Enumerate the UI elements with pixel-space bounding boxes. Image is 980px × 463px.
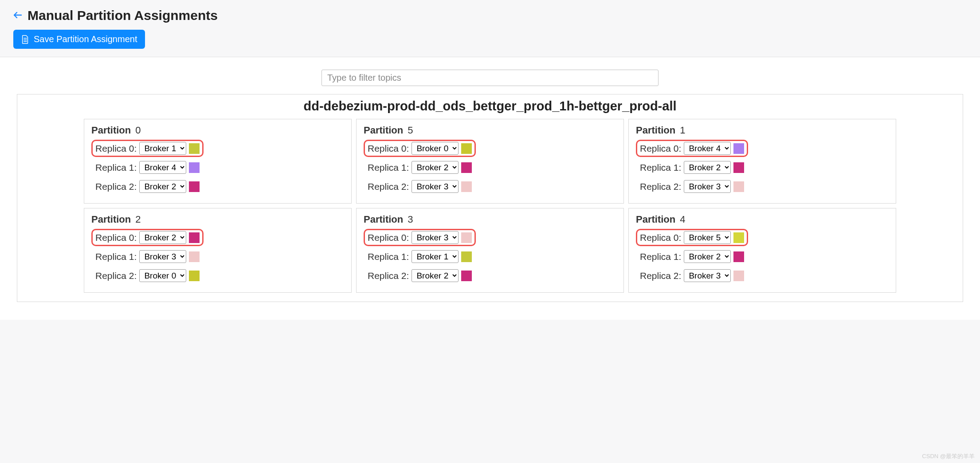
- broker-select[interactable]: Broker 0Broker 1Broker 2Broker 3Broker 4…: [412, 250, 459, 263]
- partition-heading: Partition 0: [91, 125, 344, 136]
- broker-select[interactable]: Broker 0Broker 1Broker 2Broker 3Broker 4…: [412, 269, 459, 282]
- broker-select[interactable]: Broker 0Broker 1Broker 2Broker 3Broker 4…: [412, 142, 459, 155]
- partition-number: 1: [677, 125, 685, 136]
- partition-label: Partition: [636, 125, 675, 136]
- broker-color-swatch: [461, 181, 472, 192]
- partition-heading: Partition 2: [91, 214, 344, 225]
- partition-number: 0: [133, 125, 141, 136]
- save-button-label: Save Partition Assignment: [34, 34, 137, 44]
- topic-panel: dd-debezium-prod-dd_ods_bettger_prod_1h-…: [17, 94, 963, 302]
- replica-row: Replica 0:Broker 0Broker 1Broker 2Broker…: [91, 140, 204, 157]
- replica-row: Replica 1:Broker 0Broker 1Broker 2Broker…: [364, 159, 476, 176]
- partition-card: Partition 2Replica 0:Broker 0Broker 1Bro…: [84, 208, 352, 293]
- broker-color-swatch: [461, 232, 472, 243]
- replica-label: Replica 2:: [368, 181, 409, 192]
- broker-color-swatch: [189, 162, 200, 173]
- broker-color-swatch: [733, 251, 744, 262]
- broker-select[interactable]: Broker 0Broker 1Broker 2Broker 3Broker 4…: [139, 142, 186, 155]
- replica-label: Replica 0:: [95, 232, 137, 243]
- broker-color-swatch: [461, 271, 472, 281]
- replica-row: Replica 1:Broker 0Broker 1Broker 2Broker…: [636, 159, 748, 176]
- partition-label: Partition: [91, 125, 131, 136]
- replica-label: Replica 2:: [640, 271, 681, 281]
- filter-row: [17, 70, 963, 86]
- broker-select[interactable]: Broker 0Broker 1Broker 2Broker 3Broker 4…: [412, 231, 459, 244]
- broker-select[interactable]: Broker 0Broker 1Broker 2Broker 3Broker 4…: [412, 180, 459, 193]
- replica-label: Replica 2:: [368, 271, 409, 281]
- replica-row: Replica 0:Broker 0Broker 1Broker 2Broker…: [91, 229, 204, 246]
- broker-color-swatch: [733, 143, 744, 154]
- broker-select[interactable]: Broker 0Broker 1Broker 2Broker 3Broker 4…: [684, 161, 731, 174]
- broker-color-swatch: [733, 232, 744, 243]
- broker-select[interactable]: Broker 0Broker 1Broker 2Broker 3Broker 4…: [139, 161, 186, 174]
- partition-label: Partition: [364, 125, 403, 136]
- replica-label: Replica 1:: [368, 251, 409, 262]
- page-wrapper: Manual Partition Assignments Save Partit…: [0, 0, 980, 320]
- partition-card: Partition 0Replica 0:Broker 0Broker 1Bro…: [84, 119, 352, 204]
- partitions-grid: Partition 0Replica 0:Broker 0Broker 1Bro…: [84, 119, 896, 293]
- broker-color-swatch: [189, 181, 200, 192]
- replica-label: Replica 0:: [640, 232, 681, 243]
- replica-row: Replica 1:Broker 0Broker 1Broker 2Broker…: [364, 248, 476, 265]
- replica-label: Replica 0:: [95, 143, 137, 154]
- broker-select[interactable]: Broker 0Broker 1Broker 2Broker 3Broker 4…: [684, 142, 731, 155]
- broker-color-swatch: [733, 271, 744, 281]
- replica-row: Replica 1:Broker 0Broker 1Broker 2Broker…: [91, 159, 204, 176]
- broker-select[interactable]: Broker 0Broker 1Broker 2Broker 3Broker 4…: [684, 269, 731, 282]
- broker-select[interactable]: Broker 0Broker 1Broker 2Broker 3Broker 4…: [139, 250, 186, 263]
- topic-name: dd-debezium-prod-dd_ods_bettger_prod_1h-…: [84, 99, 896, 114]
- replica-label: Replica 2:: [95, 181, 137, 192]
- replica-label: Replica 1:: [640, 251, 681, 262]
- replica-row: Replica 0:Broker 0Broker 1Broker 2Broker…: [364, 140, 476, 157]
- replica-row: Replica 2:Broker 0Broker 1Broker 2Broker…: [91, 267, 204, 284]
- partition-heading: Partition 5: [364, 125, 616, 136]
- header-area: Manual Partition Assignments Save Partit…: [0, 0, 980, 57]
- broker-color-swatch: [733, 181, 744, 192]
- partition-number: 2: [133, 214, 141, 225]
- broker-select[interactable]: Broker 0Broker 1Broker 2Broker 3Broker 4…: [684, 180, 731, 193]
- replica-label: Replica 2:: [640, 181, 681, 192]
- replica-row: Replica 0:Broker 0Broker 1Broker 2Broker…: [636, 229, 748, 246]
- partition-heading: Partition 1: [636, 125, 889, 136]
- broker-select[interactable]: Broker 0Broker 1Broker 2Broker 3Broker 4…: [139, 231, 186, 244]
- partition-card: Partition 5Replica 0:Broker 0Broker 1Bro…: [356, 119, 624, 204]
- broker-color-swatch: [461, 251, 472, 262]
- save-partition-assignment-button[interactable]: Save Partition Assignment: [13, 30, 145, 49]
- replica-label: Replica 0:: [368, 232, 409, 243]
- title-row: Manual Partition Assignments: [13, 8, 967, 23]
- replica-row: Replica 0:Broker 0Broker 1Broker 2Broker…: [636, 140, 748, 157]
- replica-row: Replica 1:Broker 0Broker 1Broker 2Broker…: [91, 248, 204, 265]
- replica-row: Replica 2:Broker 0Broker 1Broker 2Broker…: [364, 178, 476, 195]
- replica-row: Replica 2:Broker 0Broker 1Broker 2Broker…: [636, 178, 748, 195]
- partition-label: Partition: [91, 214, 131, 225]
- broker-color-swatch: [189, 232, 200, 243]
- broker-color-swatch: [461, 143, 472, 154]
- page-title: Manual Partition Assignments: [27, 8, 218, 23]
- replica-row: Replica 2:Broker 0Broker 1Broker 2Broker…: [91, 178, 204, 195]
- filter-topics-input[interactable]: [321, 70, 659, 86]
- replica-row: Replica 1:Broker 0Broker 1Broker 2Broker…: [636, 248, 748, 265]
- partition-card: Partition 1Replica 0:Broker 0Broker 1Bro…: [628, 119, 896, 204]
- partition-label: Partition: [364, 214, 403, 225]
- broker-color-swatch: [189, 271, 200, 281]
- partition-card: Partition 3Replica 0:Broker 0Broker 1Bro…: [356, 208, 624, 293]
- back-arrow-icon[interactable]: [13, 10, 22, 21]
- broker-color-swatch: [189, 143, 200, 154]
- replica-label: Replica 1:: [95, 251, 137, 262]
- partition-number: 3: [405, 214, 413, 225]
- broker-select[interactable]: Broker 0Broker 1Broker 2Broker 3Broker 4…: [412, 161, 459, 174]
- broker-select[interactable]: Broker 0Broker 1Broker 2Broker 3Broker 4…: [684, 231, 731, 244]
- replica-label: Replica 1:: [640, 162, 681, 173]
- broker-select[interactable]: Broker 0Broker 1Broker 2Broker 3Broker 4…: [139, 180, 186, 193]
- broker-select[interactable]: Broker 0Broker 1Broker 2Broker 3Broker 4…: [139, 269, 186, 282]
- broker-select[interactable]: Broker 0Broker 1Broker 2Broker 3Broker 4…: [684, 250, 731, 263]
- broker-color-swatch: [461, 162, 472, 173]
- content-area: dd-debezium-prod-dd_ods_bettger_prod_1h-…: [0, 57, 980, 320]
- replica-row: Replica 2:Broker 0Broker 1Broker 2Broker…: [636, 267, 748, 284]
- broker-color-swatch: [733, 162, 744, 173]
- partition-number: 5: [405, 125, 413, 136]
- replica-label: Replica 0:: [640, 143, 681, 154]
- replica-row: Replica 2:Broker 0Broker 1Broker 2Broker…: [364, 267, 476, 284]
- replica-row: Replica 0:Broker 0Broker 1Broker 2Broker…: [364, 229, 476, 246]
- partition-card: Partition 4Replica 0:Broker 0Broker 1Bro…: [628, 208, 896, 293]
